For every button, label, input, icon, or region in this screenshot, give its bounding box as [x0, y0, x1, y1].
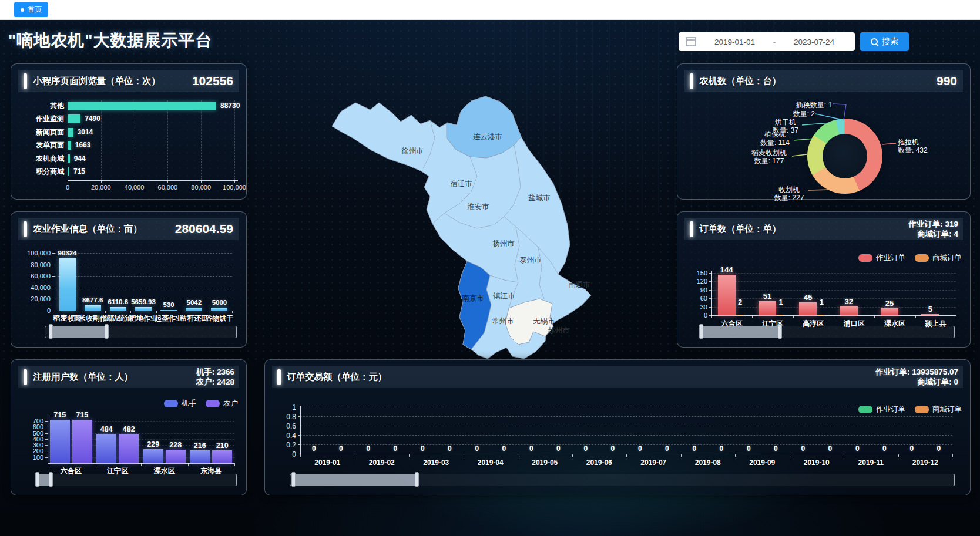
axis-tick-mark — [752, 315, 753, 318]
y-axis-tick-label: 150 — [684, 269, 707, 277]
data-zoom-handle-left[interactable] — [49, 324, 53, 339]
panel-users: 注册用户数（单位：人） 机手: 2366 农户: 2428 机手农户700600… — [11, 359, 247, 495]
axis-tick-mark — [80, 311, 80, 313]
orders-chart: 作业订单商城订单15012090603001442六合区511江宁区451高淳区… — [684, 246, 963, 341]
data-zoom-slider[interactable] — [45, 326, 237, 338]
data-zoom-selection[interactable] — [38, 474, 51, 486]
bar-value-label: 32 — [844, 297, 853, 306]
category-label: 积分商城 — [18, 167, 64, 177]
panel-farm-work-header: 农业作业信息（单位：亩） 280604.59 — [18, 218, 239, 240]
grid-line — [55, 253, 232, 254]
y-axis-tick-label: 40,000 — [18, 284, 51, 291]
hbar — [68, 102, 216, 110]
legend-label: 商城订单 — [932, 253, 962, 263]
vbar — [211, 308, 227, 311]
panel-machines-title: 农机数（单位：台） — [699, 75, 781, 87]
y-axis-line — [48, 416, 48, 463]
grid-line — [101, 100, 102, 180]
bar-value-label: 3014 — [78, 128, 93, 136]
data-zoom-handle-left[interactable] — [35, 472, 39, 487]
data-zoom-handle-right[interactable] — [105, 324, 109, 339]
category-label: 起垄作业 — [155, 313, 183, 323]
axis-tick-mark — [207, 311, 207, 313]
hbar — [68, 167, 69, 176]
x-axis-tick-label: 20,000 — [86, 184, 116, 191]
date-start-input[interactable]: 2019-01-01 — [701, 38, 768, 46]
vbar — [110, 307, 126, 311]
donut-label-line: 数量: 432 — [898, 147, 956, 155]
page-views-total: 102556 — [192, 74, 233, 88]
vbar — [190, 450, 210, 463]
grid-line — [135, 100, 135, 180]
page-title: "嘀地农机"大数据展示平台 — [8, 29, 213, 52]
bar-value-label: 8677.6 — [82, 296, 103, 304]
grid-line — [711, 281, 956, 282]
donut-slice-label: 稻麦收割机数量: 177 — [743, 149, 795, 165]
bar-value-label: 2 — [738, 298, 742, 306]
data-zoom-slider[interactable] — [701, 326, 955, 338]
axis-tick-mark — [898, 454, 899, 457]
axis-tick-mark — [234, 463, 235, 466]
data-zoom-slider[interactable] — [290, 474, 955, 486]
search-button[interactable]: 搜索 — [860, 32, 909, 51]
date-end-input[interactable]: 2023-07-24 — [780, 38, 848, 46]
users-chart: 机手农户700600500400300200100715715六合区484482… — [18, 394, 239, 489]
users-stats: 机手: 2366 农户: 2428 — [196, 367, 234, 387]
legend-item[interactable]: 商城订单 — [915, 253, 962, 263]
grid-line — [711, 307, 956, 308]
x-axis-line — [68, 180, 238, 181]
data-zoom-handle-right[interactable] — [415, 472, 419, 487]
panel-machines: 农机数（单位：台） 990 拖拉机数量: 432收割机数量: 227稻麦收割机数… — [677, 63, 971, 200]
bar-value-label: 229 — [147, 440, 159, 449]
donut-label-line: 拖拉机 — [898, 139, 956, 147]
bar-value-label: 715 — [76, 411, 88, 419]
zero-value-label: 0 — [909, 444, 914, 453]
vbar — [212, 450, 232, 463]
legend-item[interactable]: 作业订单 — [858, 404, 905, 414]
x-axis-tick-label: 60,000 — [153, 184, 182, 191]
bar-value-label: 45 — [804, 293, 812, 302]
donut-label-line: 数量: 114 — [754, 139, 796, 147]
y-axis-tick-label: 100,000 — [18, 250, 51, 257]
month-label: 2019-06 — [586, 459, 612, 467]
data-zoom-handle-right[interactable] — [49, 472, 53, 487]
data-zoom-slider[interactable] — [37, 474, 237, 486]
axis-tick-mark — [956, 315, 956, 318]
legend-item[interactable]: 机手 — [164, 399, 196, 409]
legend-item[interactable]: 作业订单 — [858, 253, 905, 263]
grid-line — [300, 416, 952, 417]
data-zoom-handle-left[interactable] — [699, 324, 703, 339]
donut-label-line: 插秧数量: 1 — [764, 102, 832, 110]
y-axis-tick-label: 0.2 — [272, 441, 296, 449]
date-range-picker[interactable]: 2019-01-01 - 2023-07-24 — [679, 32, 855, 51]
zero-value-label: 0 — [339, 444, 343, 453]
bar-value-label: 530 — [163, 301, 174, 308]
month-label: 2019-01 — [314, 459, 340, 467]
users-stat-nonghu: 农户: 2428 — [196, 377, 234, 387]
panel-farm-work: 农业作业信息（单位：亩） 280604.59 100,00080,00060,0… — [11, 211, 247, 348]
tab-home[interactable]: 首页 — [14, 2, 48, 17]
chart-legend: 机手农户 — [164, 399, 238, 409]
legend-item[interactable]: 商城订单 — [915, 404, 962, 414]
data-zoom-selection[interactable] — [294, 474, 417, 486]
data-zoom-selection[interactable] — [702, 326, 780, 338]
bar-value-label: 482 — [123, 425, 135, 433]
axis-tick-mark — [232, 311, 233, 313]
data-zoom-handle-right[interactable] — [778, 324, 782, 339]
data-zoom-selection[interactable] — [51, 326, 106, 338]
zero-value-label: 0 — [719, 444, 723, 453]
grid-line — [711, 298, 956, 299]
y-axis-tick-label: 1 — [272, 403, 296, 412]
hbar — [68, 141, 71, 150]
vbar-work-orders — [799, 302, 817, 315]
orders-stats: 作业订单: 319 商城订单: 4 — [908, 219, 958, 239]
legend-item[interactable]: 农户 — [206, 399, 238, 409]
data-zoom-handle-left[interactable] — [291, 472, 296, 487]
panel-transactions-header: 订单交易额（单位：元） 作业订单: 13935875.07 商城订单: 0 — [272, 366, 963, 388]
zero-value-label: 0 — [421, 444, 425, 453]
farm-work-total: 280604.59 — [175, 222, 233, 236]
map-city-label: 盐城市 — [528, 193, 551, 203]
axis-tick-mark — [572, 454, 573, 457]
bar-value-label: 7490 — [85, 114, 100, 123]
axis-tick-mark — [915, 315, 916, 318]
